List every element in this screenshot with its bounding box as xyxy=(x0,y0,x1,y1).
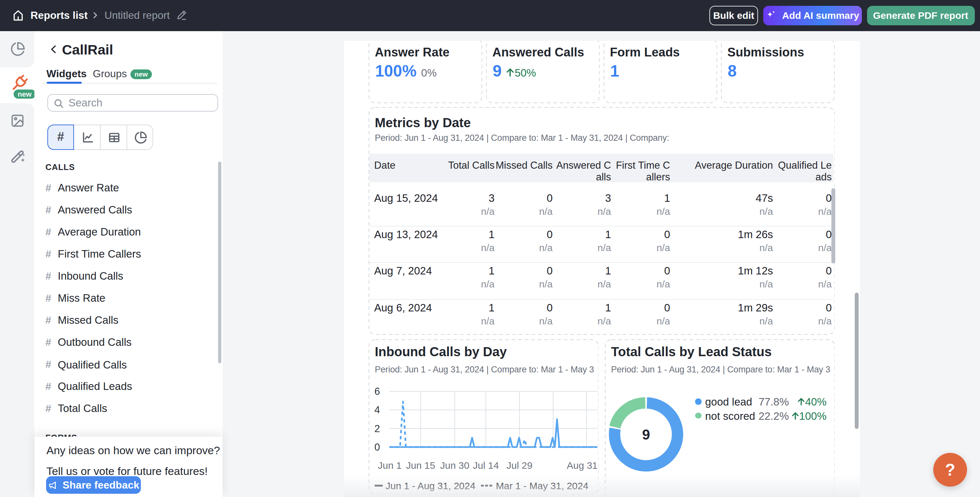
svg-text:4: 4 xyxy=(374,404,380,415)
svg-text:2: 2 xyxy=(374,423,380,434)
svg-text:Jun 30: Jun 30 xyxy=(440,460,469,470)
svg-text:Jul 14: Jul 14 xyxy=(473,460,498,470)
svg-text:6: 6 xyxy=(374,386,380,397)
svg-text:Jun 1: Jun 1 xyxy=(377,460,401,470)
svg-text:Jun 1 - Aug 31, 2024: Jun 1 - Aug 31, 2024 xyxy=(385,480,475,491)
svg-text:Jun 15: Jun 15 xyxy=(406,460,435,470)
svg-text:0: 0 xyxy=(374,441,380,453)
svg-text:9: 9 xyxy=(642,427,650,443)
svg-text:Jul 29: Jul 29 xyxy=(506,460,532,470)
svg-text:Aug 31: Aug 31 xyxy=(566,460,597,470)
svg-text:Mar 1 - May 31, 2024: Mar 1 - May 31, 2024 xyxy=(496,480,588,491)
